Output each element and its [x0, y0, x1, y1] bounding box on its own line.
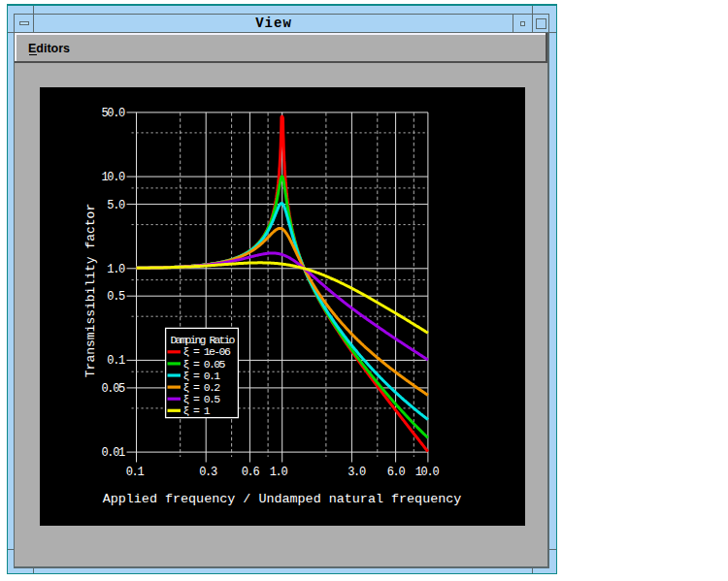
svg-text:0.1: 0.1 [126, 466, 145, 479]
svg-text:10.0: 10.0 [415, 466, 440, 479]
svg-text:6.0: 6.0 [387, 466, 406, 479]
svg-text:0.3: 0.3 [199, 466, 217, 479]
svg-text:1.0: 1.0 [270, 466, 288, 479]
svg-text:ξ = 0.2: ξ = 0.2 [183, 381, 221, 394]
svg-text:0.6: 0.6 [242, 466, 260, 479]
svg-text:ξ = 0.1: ξ = 0.1 [183, 370, 221, 382]
svg-text:ξ = 1e-06: ξ = 1e-06 [183, 345, 231, 358]
svg-text:ξ = 0.5: ξ = 0.5 [183, 393, 221, 405]
svg-text:1.0: 1.0 [107, 263, 125, 276]
svg-text:ξ = 0.05: ξ = 0.05 [183, 358, 226, 371]
svg-text:5.0: 5.0 [107, 199, 125, 212]
svg-text:0.1: 0.1 [107, 354, 125, 368]
svg-text:0.5: 0.5 [107, 290, 125, 304]
svg-text:ξ = 1: ξ = 1 [183, 404, 211, 417]
svg-text:50.0: 50.0 [101, 107, 125, 120]
svg-text:Transmissibility factor: Transmissibility factor [83, 204, 98, 377]
svg-text:3.0: 3.0 [347, 466, 366, 479]
svg-text:Damping Ratio: Damping Ratio [170, 334, 235, 346]
svg-text:0.05: 0.05 [101, 382, 125, 396]
svg-text:10.0: 10.0 [101, 171, 125, 184]
svg-text:0.01: 0.01 [101, 446, 125, 460]
svg-text:Applied frequency / Undamped n: Applied frequency / Undamped natural fre… [103, 492, 462, 506]
